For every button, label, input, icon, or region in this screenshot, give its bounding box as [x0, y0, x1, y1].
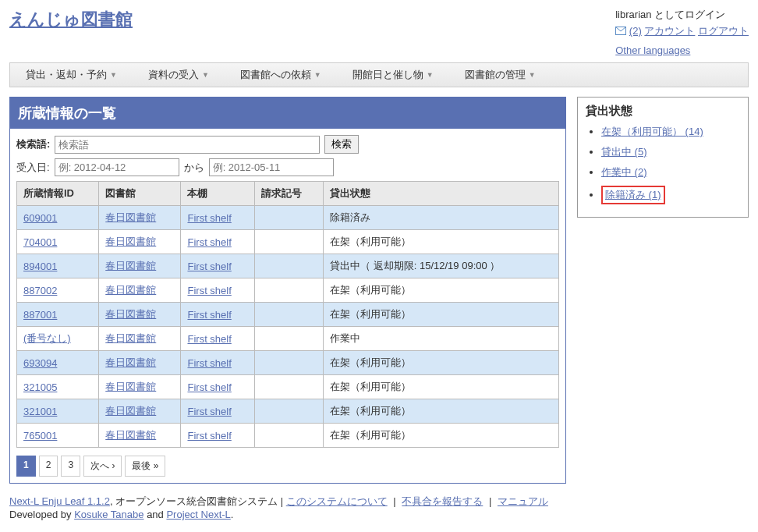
- page-2[interactable]: 2: [39, 456, 58, 477]
- table-row: 894001春日図書館First shelf貸出中（ 返却期限: 15/12/1…: [17, 254, 559, 278]
- library-link[interactable]: 春日図書館: [105, 429, 156, 441]
- page-last[interactable]: 最後 »: [125, 456, 165, 477]
- chevron-down-icon: ▼: [202, 71, 209, 79]
- table-row: 321001春日図書館First shelf在架（利用可能）: [17, 399, 559, 424]
- library-link[interactable]: 春日図書館: [105, 211, 156, 223]
- shelf-link[interactable]: First shelf: [187, 261, 231, 272]
- date-to-label: から: [184, 161, 204, 175]
- shelf-link[interactable]: First shelf: [187, 236, 231, 248]
- acq-date-label: 受入日:: [16, 161, 50, 175]
- sidebar-title: 貸出状態: [586, 104, 740, 119]
- filter-inprocess[interactable]: 作業中 (2): [601, 166, 647, 178]
- report-link[interactable]: 不具合を報告する: [402, 495, 483, 507]
- table-row: 693094春日図書館First shelf在架（利用可能）: [17, 351, 559, 375]
- filter-available[interactable]: 在架（利用可能） (14): [601, 126, 703, 137]
- date-from-input[interactable]: [55, 158, 179, 176]
- shelf-link[interactable]: First shelf: [187, 309, 231, 321]
- table-row: (番号なし)春日図書館First shelf作業中: [17, 327, 559, 351]
- notification-count-link[interactable]: (2): [629, 25, 642, 37]
- filter-removed[interactable]: 除籍済み (1): [605, 189, 661, 200]
- library-link[interactable]: 春日図書館: [105, 308, 156, 320]
- item-id-link[interactable]: 609001: [23, 212, 57, 224]
- nav-requests[interactable]: 図書館への依頼▼: [225, 63, 337, 87]
- nav-admin[interactable]: 図書館の管理▼: [449, 63, 551, 87]
- library-link[interactable]: 春日図書館: [105, 284, 156, 296]
- table-row: 609001春日図書館First shelf除籍済み: [17, 206, 559, 230]
- table-row: 704001春日図書館First shelf在架（利用可能）: [17, 230, 559, 254]
- item-id-link[interactable]: 765001: [23, 430, 57, 442]
- product-link[interactable]: Next-L Enju Leaf 1.1.2: [9, 495, 110, 507]
- sidebar-item: 貸出中 (5): [601, 145, 740, 159]
- page-3[interactable]: 3: [61, 456, 80, 477]
- logout-link[interactable]: ログアウト: [698, 25, 749, 37]
- library-link[interactable]: 春日図書館: [105, 260, 156, 271]
- item-id-link[interactable]: 321005: [23, 381, 57, 393]
- nav-checkout[interactable]: 貸出・返却・予約▼: [10, 63, 133, 87]
- main-navbar: 貸出・返却・予約▼ 資料の受入▼ 図書館への依頼▼ 開館日と催し物▼ 図書館の管…: [9, 62, 749, 87]
- footer: Next-L Enju Leaf 1.1.2, オープンソース統合図書館システム…: [9, 495, 749, 520]
- shelf-link[interactable]: First shelf: [187, 285, 231, 296]
- sidebar-item: 在架（利用可能） (14): [601, 125, 740, 139]
- nav-accession[interactable]: 資料の受入▼: [133, 63, 225, 87]
- page-title: 所蔵情報の一覧: [10, 98, 565, 129]
- item-id-link[interactable]: 894001: [23, 261, 57, 272]
- th-call: 請求記号: [254, 182, 324, 206]
- shelf-link[interactable]: First shelf: [187, 357, 231, 369]
- page-next[interactable]: 次へ ›: [83, 456, 122, 477]
- manual-link[interactable]: マニュアル: [498, 495, 548, 507]
- date-to-input[interactable]: [209, 158, 334, 176]
- author-link[interactable]: Kosuke Tanabe: [74, 509, 143, 520]
- item-id-link[interactable]: 887001: [23, 309, 57, 321]
- library-link[interactable]: 春日図書館: [105, 332, 156, 344]
- table-row: 321005春日図書館First shelf在架（利用可能）: [17, 375, 559, 399]
- th-status: 貸出状態: [324, 182, 559, 206]
- item-id-link[interactable]: (番号なし): [23, 332, 71, 344]
- search-label: 検索語:: [16, 137, 50, 151]
- sidebar: 貸出状態 在架（利用可能） (14) 貸出中 (5) 作業中 (2) 除籍済み …: [577, 97, 749, 218]
- library-link[interactable]: 春日図書館: [105, 405, 156, 417]
- item-id-link[interactable]: 704001: [23, 236, 57, 248]
- table-row: 887001春日図書館First shelf在架（利用可能）: [17, 303, 559, 327]
- other-languages-link[interactable]: Other languages: [615, 44, 749, 56]
- chevron-down-icon: ▼: [314, 71, 321, 79]
- table-row: 765001春日図書館First shelf在架（利用可能）: [17, 424, 559, 448]
- filter-onloan[interactable]: 貸出中 (5): [601, 146, 647, 158]
- site-title-link[interactable]: えんじゅ図書館: [9, 8, 133, 31]
- library-link[interactable]: 春日図書館: [105, 381, 156, 392]
- th-library: 図書館: [99, 182, 181, 206]
- nav-events[interactable]: 開館日と催し物▼: [337, 63, 449, 87]
- th-id: 所蔵情報ID: [17, 182, 99, 206]
- shelf-link[interactable]: First shelf: [187, 430, 231, 442]
- search-button[interactable]: 検索: [324, 135, 359, 154]
- shelf-link[interactable]: First shelf: [187, 406, 231, 417]
- account-link[interactable]: アカウント: [644, 25, 695, 37]
- item-id-link[interactable]: 321001: [23, 406, 57, 417]
- chevron-down-icon: ▼: [427, 71, 434, 79]
- library-link[interactable]: 春日図書館: [105, 236, 156, 247]
- th-shelf: 本棚: [181, 182, 254, 206]
- sidebar-item: 作業中 (2): [601, 165, 740, 179]
- shelf-link[interactable]: First shelf: [187, 212, 231, 224]
- page-1[interactable]: 1: [16, 456, 36, 477]
- mail-icon: [615, 26, 626, 37]
- table-row: 887002春日図書館First shelf在架（利用可能）: [17, 278, 559, 303]
- project-link[interactable]: Project Next-L: [166, 509, 230, 520]
- items-table: 所蔵情報ID 図書館 本棚 請求記号 貸出状態 609001春日図書館First…: [16, 181, 559, 448]
- login-status: librarian としてログイン: [615, 8, 749, 22]
- chevron-down-icon: ▼: [110, 71, 117, 79]
- sidebar-item: 除籍済み (1): [601, 186, 740, 204]
- item-id-link[interactable]: 887002: [23, 285, 57, 296]
- about-link[interactable]: このシステムについて: [286, 495, 388, 507]
- search-input[interactable]: [55, 136, 320, 154]
- item-id-link[interactable]: 693094: [23, 357, 57, 369]
- shelf-link[interactable]: First shelf: [187, 333, 231, 345]
- shelf-link[interactable]: First shelf: [187, 381, 231, 393]
- chevron-down-icon: ▼: [529, 71, 536, 79]
- library-link[interactable]: 春日図書館: [105, 356, 156, 368]
- pagination: 1 2 3 次へ › 最後 »: [16, 456, 559, 477]
